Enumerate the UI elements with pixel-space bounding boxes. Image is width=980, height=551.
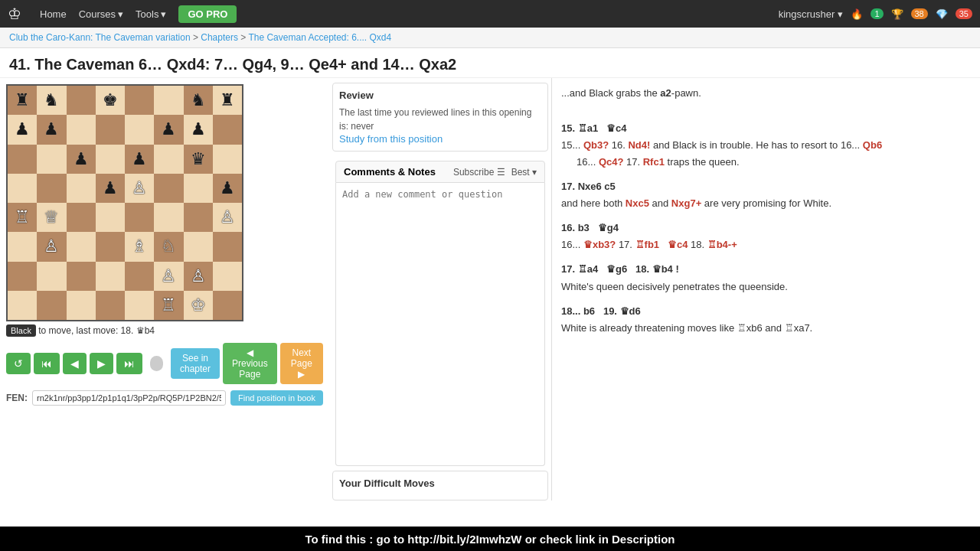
square-e1 — [125, 291, 154, 320]
move-line-18: 18... b6 19. ♛d6 White is already threat… — [561, 303, 971, 337]
board-controls: ↺ ⏮ ◀ ▶ ⏭ See in chapter ◀ Previous Page… — [6, 343, 323, 384]
next-button[interactable]: ▶ — [90, 353, 113, 374]
comments-area: Comments & Notes Subscribe ☰ Best ▾ — [332, 156, 548, 466]
piece-bp-e6: ♟ — [132, 151, 147, 168]
intro-text: ...and Black grabs the a2-pawn. — [561, 84, 971, 102]
fen-label: FEN: — [6, 393, 28, 403]
square-a2 — [8, 262, 37, 291]
square-c4 — [67, 203, 96, 232]
square-d8: ♚ — [96, 86, 125, 115]
user-menu[interactable]: kingscrusher ▾ — [779, 8, 844, 20]
trophy-icon: 🏆 — [891, 8, 903, 20]
square-g8: ♞ — [184, 86, 213, 115]
square-e4 — [125, 203, 154, 232]
piece-white-rook-f1: ♖ — [161, 297, 176, 314]
square-a1 — [8, 291, 37, 320]
piece-white-king: ♔ — [191, 297, 206, 314]
square-h1 — [213, 291, 242, 320]
square-f7: ♟ — [154, 115, 183, 144]
square-b6 — [37, 145, 66, 174]
comments-textarea[interactable] — [335, 183, 545, 466]
piece-bp-a7: ♟ — [15, 121, 30, 138]
square-b1 — [37, 291, 66, 320]
toggle-button[interactable] — [150, 356, 163, 371]
bottom-banner: To find this : go to http://bit.ly/2Imwh… — [0, 527, 980, 551]
square-d1 — [96, 291, 125, 320]
square-h6 — [213, 145, 242, 174]
square-a8: ♜ — [8, 86, 37, 115]
nav-courses[interactable]: Courses ▾ — [79, 8, 123, 20]
piece-white-knight-f3: ♘ — [161, 238, 176, 255]
square-e3: ♗ — [125, 232, 154, 261]
breadcrumb-link-3[interactable]: The Caveman Accepted: 6.... Qxd4 — [248, 32, 391, 43]
square-c3 — [67, 232, 96, 261]
breadcrumb-link-2[interactable]: Chapters — [201, 32, 238, 43]
square-e6: ♟ — [125, 145, 154, 174]
square-d5: ♟ — [96, 174, 125, 203]
nav-right: kingscrusher ▾ 🔥 1 🏆 38 💎 35 — [779, 8, 972, 20]
square-g4 — [184, 203, 213, 232]
review-title: Review — [339, 90, 541, 101]
streak-icon: 🔥 — [851, 8, 863, 20]
square-b3: ♙ — [37, 232, 66, 261]
nav-home[interactable]: Home — [40, 8, 67, 20]
find-position-button[interactable]: Find position in book — [230, 390, 323, 406]
piece-bp-d5: ♟ — [103, 180, 118, 197]
piece-wp-f2: ♙ — [161, 268, 176, 285]
piece-black-rook: ♜ — [15, 92, 30, 109]
subscribe-button[interactable]: Subscribe ☰ — [453, 167, 505, 178]
square-f8 — [154, 86, 183, 115]
breadcrumb-link-1[interactable]: Club the Caro-Kann: The Caveman variatio… — [9, 32, 191, 43]
difficult-moves-title: Your Difficult Moves — [339, 478, 541, 489]
status-text: to move, last move: 18. ♛b4 — [38, 325, 155, 336]
square-h7 — [213, 115, 242, 144]
piece-wp-h4: ♙ — [220, 209, 235, 226]
square-f3: ♘ — [154, 232, 183, 261]
gopro-button[interactable]: GO PRO — [178, 5, 237, 23]
right-panel-content: ...and Black grabs the a2-pawn. 15. ♖a1 … — [561, 84, 971, 337]
square-b4: ♕ — [37, 203, 66, 232]
see-in-chapter-button[interactable]: See in chapter — [171, 348, 220, 379]
square-d2 — [96, 262, 125, 291]
piece-black-queen-g6: ♛ — [191, 151, 206, 168]
start-button[interactable]: ⏮ — [34, 353, 60, 374]
badge-gems: 35 — [956, 8, 972, 19]
nav-tools[interactable]: Tools ▾ — [136, 8, 166, 20]
square-d4 — [96, 203, 125, 232]
square-c2 — [67, 262, 96, 291]
difficult-moves-box: Your Difficult Moves — [332, 471, 548, 500]
square-b2 — [37, 262, 66, 291]
piece-bp-h5: ♟ — [220, 180, 235, 197]
square-h8: ♜ — [213, 86, 242, 115]
diamond-icon: 💎 — [936, 8, 948, 20]
next-page-button[interactable]: Next Page ▶ — [280, 343, 323, 384]
review-box: Review The last time you reviewed lines … — [332, 83, 548, 152]
square-f2: ♙ — [154, 262, 183, 291]
fen-input[interactable] — [32, 390, 226, 406]
square-a7: ♟ — [8, 115, 37, 144]
right-panel[interactable]: ...and Black grabs the a2-pawn. 15. ♖a1 … — [551, 78, 980, 500]
square-c5 — [67, 174, 96, 203]
square-g1: ♔ — [184, 291, 213, 320]
piece-black-king: ♚ — [103, 92, 118, 109]
refresh-button[interactable]: ↺ — [6, 353, 31, 374]
piece-white-bishop-e3: ♗ — [132, 238, 147, 255]
square-h2 — [213, 262, 242, 291]
square-f4 — [154, 203, 183, 232]
square-c7 — [67, 115, 96, 144]
prev-page-button[interactable]: ◀ Previous Page — [223, 343, 277, 384]
banner-text: To find this : go to http://bit.ly/2Imwh… — [305, 533, 675, 546]
prev-button[interactable]: ◀ — [63, 353, 87, 374]
square-f5 — [154, 174, 183, 203]
study-position-link[interactable]: Study from this position — [339, 133, 443, 145]
best-sort-button[interactable]: Best ▾ — [511, 167, 537, 178]
chessboard[interactable]: ♜ ♞ ♚ ♞ ♜ ♟ ♟ ♟ — [6, 84, 243, 321]
end-button[interactable]: ⏭ — [116, 353, 142, 374]
piece-wp-e5: ♙ — [132, 180, 147, 197]
breadcrumb: Club the Caro-Kann: The Caveman variatio… — [0, 28, 980, 48]
square-e5: ♙ — [125, 174, 154, 203]
move-line-16: 16. b3 ♛g4 16... ♛xb3? 17. ♖fb1 ♛c4 18. … — [561, 220, 971, 253]
site-logo: ♔ — [8, 5, 21, 23]
chevron-down-icon: ▾ — [838, 8, 843, 20]
piece-bp-g7: ♟ — [191, 121, 206, 138]
